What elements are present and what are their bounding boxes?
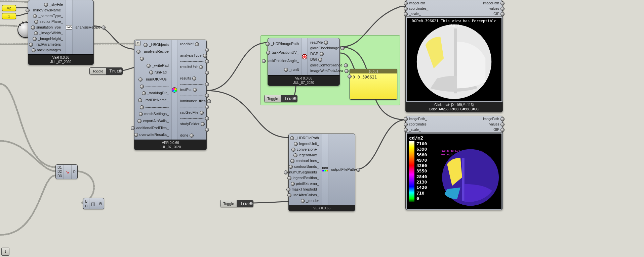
- grip[interactable]: [199, 65, 203, 69]
- grip[interactable]: [205, 105, 209, 109]
- component-brep[interactable]: B D ◫ W: [83, 198, 104, 209]
- port-studyfolder: studyFolder: [179, 121, 200, 127]
- panel-dgp-output[interactable]: {0;0} 0 0.396621: [350, 69, 397, 100]
- grip[interactable]: [290, 136, 294, 140]
- image-viewer-glare[interactable]: imagePath_imagePathcoordinates_values_sc…: [405, 0, 503, 112]
- component-merge[interactable]: D1 D2 D3 ↘ R: [55, 164, 78, 179]
- grip[interactable]: [102, 25, 106, 30]
- port--hdrimagepath: _HDRImagePath: [270, 41, 299, 47]
- node-analysis-recipe[interactable]: _skyFile_rhinoViewsName__cameraType_sect…: [28, 0, 94, 65]
- grip[interactable]: [131, 126, 135, 130]
- grip[interactable]: [193, 88, 197, 92]
- node-run-daylight[interactable]: ▾ _HBObjects_analysisRecipe-------------…: [134, 40, 207, 150]
- grip[interactable]: [138, 98, 142, 102]
- port--: -------------------: [179, 47, 204, 53]
- grip[interactable]: [149, 70, 153, 74]
- grip[interactable]: [140, 85, 144, 89]
- panel-input-grip[interactable]: [348, 74, 352, 79]
- grip[interactable]: [33, 37, 37, 41]
- zoom-extents-button[interactable]: ⤓: [1, 248, 9, 256]
- grip[interactable]: [205, 116, 209, 120]
- grip[interactable]: [140, 57, 144, 61]
- grip[interactable]: [324, 41, 328, 45]
- capsule-v2[interactable]: v2: [2, 5, 16, 11]
- grip[interactable]: [190, 134, 194, 138]
- port-analysisrecipe: analysisRecipe: [75, 24, 101, 30]
- grip[interactable]: [205, 94, 209, 98]
- grip[interactable]: [301, 199, 305, 203]
- grip[interactable]: [287, 193, 291, 197]
- grip[interactable]: [203, 54, 207, 58]
- grip[interactable]: [136, 50, 140, 54]
- grip[interactable]: [205, 128, 209, 132]
- grip[interactable]: [31, 25, 35, 30]
- grip[interactable]: [44, 3, 48, 7]
- grip[interactable]: [320, 52, 324, 56]
- grip[interactable]: [294, 142, 298, 146]
- expand-button[interactable]: ▾: [135, 41, 140, 46]
- grip[interactable]: [287, 176, 291, 180]
- grip[interactable]: [284, 170, 288, 174]
- port--: -------------------: [179, 127, 204, 133]
- grip[interactable]: [134, 133, 138, 137]
- grip[interactable]: [139, 112, 143, 116]
- grip[interactable]: [142, 91, 146, 95]
- grip[interactable]: [192, 76, 196, 81]
- port--: -------------------: [145, 84, 169, 89]
- grip[interactable]: [205, 71, 209, 75]
- grip[interactable]: [34, 31, 38, 35]
- grip[interactable]: [344, 63, 348, 67]
- grip[interactable]: [138, 78, 143, 82]
- port-runrad-: runRad_: [154, 69, 169, 75]
- merge-d2: D2: [57, 170, 62, 173]
- port-additionalradfiles-: additionalRadFiles_: [135, 125, 169, 131]
- grip[interactable]: [195, 42, 199, 46]
- grip[interactable]: [266, 42, 270, 46]
- grip[interactable]: [32, 48, 36, 52]
- port-meshsettings-: meshSettings_: [144, 111, 169, 117]
- capsule-1[interactable]: 1: [2, 13, 16, 19]
- port--: -------------------: [179, 104, 204, 110]
- grip[interactable]: [144, 43, 148, 47]
- merge-r: R: [73, 170, 76, 174]
- grip[interactable]: [29, 43, 33, 47]
- merge-d3: D3: [57, 174, 62, 178]
- grip[interactable]: [291, 148, 295, 152]
- grip[interactable]: [356, 168, 360, 172]
- toggle-runRad[interactable]: Toggle True: [89, 67, 123, 75]
- grip[interactable]: [26, 8, 30, 12]
- grip[interactable]: [286, 188, 290, 192]
- port--writerad: _writeRad: [151, 63, 169, 68]
- grip[interactable]: [318, 58, 322, 62]
- viewer-hdr-row: _scale_GIF: [406, 11, 502, 16]
- port-luminance-files: luminance_files: [179, 98, 206, 104]
- grip[interactable]: [34, 20, 38, 24]
- grip[interactable]: [284, 68, 288, 72]
- grip[interactable]: [293, 153, 297, 157]
- port-taskpositionangle-: taskPositionAngle_: [267, 58, 299, 64]
- grip[interactable]: [266, 51, 270, 55]
- toggle-output-grip[interactable]: [118, 69, 122, 73]
- grip[interactable]: [137, 119, 142, 123]
- grip[interactable]: [200, 111, 204, 115]
- grip[interactable]: [205, 48, 209, 52]
- grip[interactable]: [207, 99, 211, 103]
- node-date: JUL_07_2020: [28, 60, 93, 64]
- grip[interactable]: [291, 182, 295, 186]
- image-viewer-falsecolor[interactable]: imagePath_imagePathcoordinates_values_sc…: [405, 116, 503, 210]
- grip[interactable]: [290, 159, 294, 163]
- grip[interactable]: [205, 59, 209, 63]
- node-glare-analysis[interactable]: _HDRImagePathtaskPositionUV_taskPosition…: [268, 38, 340, 86]
- grip[interactable]: [345, 69, 349, 73]
- grip[interactable]: [205, 82, 209, 86]
- grip[interactable]: [147, 64, 151, 68]
- port--: -------------------: [145, 56, 169, 61]
- grip[interactable]: [140, 105, 144, 109]
- grip[interactable]: [33, 14, 37, 18]
- toggle-render-grip[interactable]: [249, 202, 253, 206]
- grip[interactable]: [201, 122, 205, 126]
- node-falsecolor[interactable]: _HDRFilePathlegendUnit_conversionF_legen…: [288, 134, 355, 211]
- grip[interactable]: [289, 165, 293, 169]
- toggle-render[interactable]: Toggle True: [220, 200, 253, 207]
- toggle-glare-grip[interactable]: [293, 97, 297, 101]
